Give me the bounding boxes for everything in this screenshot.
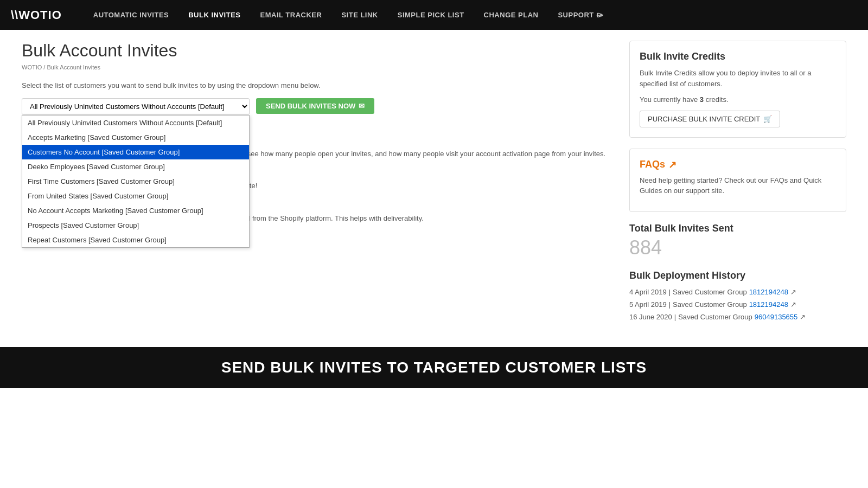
send-controls: All Previously Uninvited Customers Witho… xyxy=(22,98,613,115)
history-date-0: 4 April 2019 xyxy=(629,288,667,296)
history-link-1[interactable]: 1812194248 xyxy=(749,300,788,309)
banner-text: SEND BULK INVITES TO TARGETED CUSTOMER L… xyxy=(221,359,647,376)
purchase-button-label: PURCHASE BULK INVITE CREDIT xyxy=(648,115,760,123)
history-label-0: Saved Customer Group xyxy=(673,288,747,296)
breadcrumb: WOTIO / Bulk Account Invites xyxy=(22,64,613,70)
dropdown-item-3[interactable]: Deeko Employees [Saved Customer Group] xyxy=(22,159,249,174)
nav-link-site-link[interactable]: SITE LINK xyxy=(331,0,387,30)
dropdown-item-5[interactable]: From United States [Saved Customer Group… xyxy=(22,189,249,203)
faqs-title-label: FAQs xyxy=(640,159,665,170)
nav-link-support[interactable]: SUPPORT ⌲ xyxy=(548,0,613,30)
history-link-0[interactable]: 1812194248 xyxy=(749,288,788,296)
faqs-title: FAQs ↗ xyxy=(640,159,836,171)
purchase-credits-button[interactable]: PURCHASE BULK INVITE CREDIT 🛒 xyxy=(640,111,780,127)
dropdown-open: All Previously Uninvited Customers Witho… xyxy=(22,115,250,248)
history-item-2: 16 June 2020 | Saved Customer Group 9604… xyxy=(629,313,846,321)
customer-dropdown-wrapper: All Previously Uninvited Customers Witho… xyxy=(22,98,250,115)
dropdown-item-1[interactable]: Accepts Marketing [Saved Customer Group] xyxy=(22,130,249,145)
send-icon: ✉ xyxy=(359,102,365,110)
history-item-0: 4 April 2019 | Saved Customer Group 1812… xyxy=(629,288,846,296)
history-card: Bulk Deployment History 4 April 2019 | S… xyxy=(629,270,846,321)
dropdown-item-8[interactable]: Repeat Customers [Saved Customer Group] xyxy=(22,233,249,247)
page-description: Select the list of customers you want to… xyxy=(22,81,613,89)
logo: \\WOTIO xyxy=(11,8,62,22)
bottom-banner: SEND BULK INVITES TO TARGETED CUSTOMER L… xyxy=(0,347,868,388)
history-date-2: 16 June 2020 xyxy=(629,313,672,321)
credits-count-text: You currently have 3 credits. xyxy=(640,94,836,105)
nav-item-support[interactable]: SUPPORT ⌲ xyxy=(548,0,613,30)
nav-links: AUTOMATIC INVITES BULK INVITES EMAIL TRA… xyxy=(84,0,614,30)
breadcrumb-current: Bulk Account Invites xyxy=(47,64,100,70)
nav-link-change-plan[interactable]: CHANGE PLAN xyxy=(474,0,548,30)
faqs-external-icon: ↗ xyxy=(668,159,676,170)
faqs-card: FAQs ↗ Need help getting started? Check … xyxy=(629,149,846,212)
history-link-icon-1: ↗ xyxy=(790,300,796,309)
nav-item-automatic[interactable]: AUTOMATIC INVITES xyxy=(84,0,178,30)
nav-link-automatic[interactable]: AUTOMATIC INVITES xyxy=(84,0,178,30)
nav-link-simple-pick-list[interactable]: SIMPLE PICK LIST xyxy=(388,0,474,30)
main-content: Bulk Account Invites WOTIO / Bulk Accoun… xyxy=(22,41,613,325)
credits-desc1: Bulk Invite Credits allow you to deploy … xyxy=(640,68,836,89)
nav-link-email-tracker[interactable]: EMAIL TRACKER xyxy=(251,0,332,30)
history-title: Bulk Deployment History xyxy=(629,270,846,281)
history-label-2: Saved Customer Group xyxy=(678,313,752,321)
content-wrapper: Bulk Account Invites WOTIO / Bulk Accoun… xyxy=(11,30,857,336)
nav-item-change-plan[interactable]: CHANGE PLAN xyxy=(474,0,548,30)
history-item-1: 5 April 2019 | Saved Customer Group 1812… xyxy=(629,300,846,309)
page-title: Bulk Account Invites xyxy=(22,41,613,61)
totals-title: Total Bulk Invites Sent xyxy=(629,223,846,234)
dropdown-item-4[interactable]: First Time Customers [Saved Customer Gro… xyxy=(22,174,249,189)
dropdown-item-2[interactable]: Customers No Account [Saved Customer Gro… xyxy=(22,145,249,159)
faqs-desc: Need help getting started? Check out our… xyxy=(640,175,836,196)
credits-title: Bulk Invite Credits xyxy=(640,51,836,62)
nav-item-email-tracker[interactable]: EMAIL TRACKER xyxy=(251,0,332,30)
totals-number: 884 xyxy=(629,236,846,259)
nav-item-site-link[interactable]: SITE LINK xyxy=(331,0,387,30)
history-link-2[interactable]: 96049135655 xyxy=(755,313,798,321)
history-date-1: 5 April 2019 xyxy=(629,300,667,309)
credits-desc2-label: You currently have xyxy=(640,95,698,104)
send-bulk-invites-button[interactable]: SEND BULK INVITES NOW ✉ xyxy=(256,98,374,114)
sidebar: Bulk Invite Credits Bulk Invite Credits … xyxy=(629,41,846,325)
dropdown-item-7[interactable]: Prospects [Saved Customer Group] xyxy=(22,218,249,233)
faqs-external-link[interactable]: ↗ xyxy=(668,159,676,171)
bulk-credits-card: Bulk Invite Credits Bulk Invite Credits … xyxy=(629,41,846,138)
totals-card: Total Bulk Invites Sent 884 xyxy=(629,223,846,259)
history-link-icon-2: ↗ xyxy=(800,313,806,321)
nav-item-simple-pick-list[interactable]: SIMPLE PICK LIST xyxy=(388,0,474,30)
customer-select[interactable]: All Previously Uninvited Customers Witho… xyxy=(22,98,250,115)
cart-icon: 🛒 xyxy=(763,115,772,123)
navbar: \\WOTIO AUTOMATIC INVITES BULK INVITES E… xyxy=(0,0,868,30)
dropdown-item-0[interactable]: All Previously Uninvited Customers Witho… xyxy=(22,115,249,130)
credits-number: 3 xyxy=(700,95,704,104)
history-link-icon-0: ↗ xyxy=(790,288,796,296)
nav-item-bulk[interactable]: BULK INVITES xyxy=(178,0,250,30)
breadcrumb-home[interactable]: WOTIO xyxy=(22,64,42,70)
dropdown-item-6[interactable]: No Account Accepts Marketing [Saved Cust… xyxy=(22,203,249,218)
nav-link-bulk[interactable]: BULK INVITES xyxy=(178,0,250,30)
credits-unit: credits. xyxy=(706,95,729,104)
history-label-1: Saved Customer Group xyxy=(673,300,747,309)
send-button-label: SEND BULK INVITES NOW xyxy=(266,102,355,110)
